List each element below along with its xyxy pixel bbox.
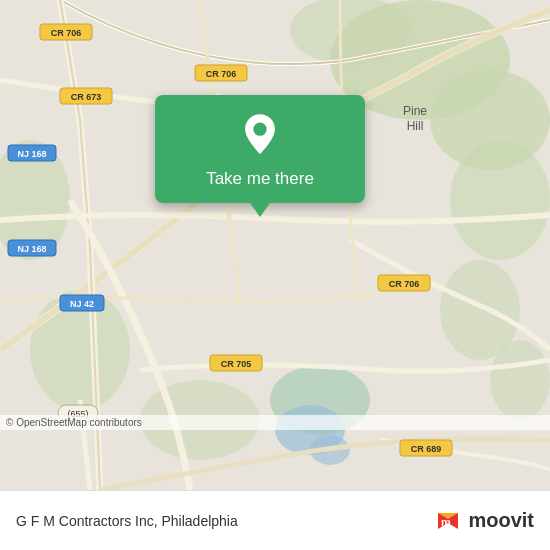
svg-text:CR 706: CR 706: [389, 279, 420, 289]
popup-card[interactable]: Take me there: [155, 95, 365, 203]
svg-text:CR 705: CR 705: [221, 359, 252, 369]
svg-text:NJ 168: NJ 168: [17, 149, 46, 159]
svg-text:Hill: Hill: [407, 119, 424, 133]
popup-label: Take me there: [206, 169, 314, 189]
svg-text:NJ 168: NJ 168: [17, 244, 46, 254]
moovit-text: moovit: [468, 509, 534, 532]
moovit-icon: m: [432, 505, 464, 537]
footer: G F M Contractors Inc, Philadelphia m mo…: [0, 490, 550, 550]
svg-text:Pine: Pine: [403, 104, 427, 118]
svg-text:CR 706: CR 706: [51, 28, 82, 38]
map-container: CR 706 CR 673 CR 706 NJ 168 NJ 168 NJ 42…: [0, 0, 550, 490]
svg-point-6: [490, 340, 550, 420]
svg-point-35: [253, 123, 266, 136]
moovit-logo: m moovit: [432, 505, 534, 537]
svg-text:CR 689: CR 689: [411, 444, 442, 454]
svg-text:NJ 42: NJ 42: [70, 299, 94, 309]
business-info: G F M Contractors Inc, Philadelphia: [16, 513, 238, 529]
svg-text:CR 673: CR 673: [71, 92, 102, 102]
svg-point-4: [450, 140, 550, 260]
svg-text:CR 706: CR 706: [206, 69, 237, 79]
location-pin-icon: [236, 111, 284, 159]
map-attribution: © OpenStreetMap contributors: [0, 415, 550, 430]
svg-text:m: m: [441, 516, 451, 528]
